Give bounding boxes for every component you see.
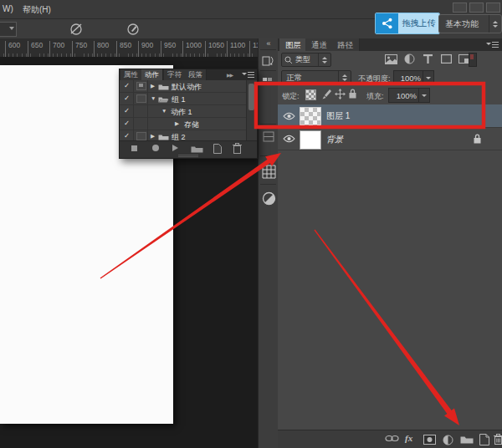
layer-row-background[interactable]: 背景 (278, 128, 502, 150)
filter-shape-layers-icon[interactable] (438, 53, 453, 65)
record-icon[interactable] (152, 145, 159, 151)
play-icon[interactable] (172, 145, 178, 151)
tab-channels[interactable]: 通道 (305, 38, 334, 51)
filter-type-layers-icon[interactable] (420, 53, 435, 65)
filter-pixel-layers-icon[interactable] (383, 53, 398, 65)
swatches-panel-icon[interactable] (261, 74, 276, 89)
lock-fill-row: 锁定: 填充: 100% (278, 86, 502, 104)
info-panel-icon[interactable] (261, 129, 276, 144)
lock-position-icon[interactable] (335, 89, 346, 99)
expand-panels-icon[interactable]: « (259, 38, 279, 48)
expander-icon[interactable]: ▶ (175, 120, 179, 127)
ruler-tick: 750 (72, 41, 87, 57)
layer-name[interactable]: 图层 1 (326, 110, 350, 122)
dialog-toggle-box[interactable] (136, 82, 146, 90)
filter-toggle-switch[interactable] (469, 53, 477, 67)
tab-properties[interactable]: 属性 (120, 69, 142, 80)
upload-button-label: 拖拽上传 (398, 13, 439, 33)
lock-transparency-icon[interactable] (305, 89, 316, 100)
layer-row-layer1[interactable]: 图层 1 (278, 104, 502, 127)
spinner-arrows-icon (338, 71, 351, 84)
panel-menu-icon[interactable] (486, 41, 499, 48)
filter-adjustment-layers-icon[interactable] (402, 53, 417, 65)
lock-icon (474, 134, 481, 144)
expander-icon[interactable]: ▼ (151, 95, 156, 101)
actions-scrollbar[interactable] (246, 80, 257, 140)
scrollbar-thumb[interactable] (248, 84, 254, 110)
check-icon[interactable]: ✓ (124, 81, 130, 89)
filter-kind-dropdown[interactable]: 类型 (281, 53, 331, 67)
action-set-name[interactable]: 默认动作 (172, 82, 202, 93)
new-layer-icon[interactable] (479, 434, 489, 445)
check-icon[interactable]: ✓ (124, 119, 130, 127)
expander-icon[interactable]: ▶ (151, 133, 155, 140)
blend-mode-dropdown[interactable]: 正常 (281, 70, 351, 85)
action-name[interactable]: 动作 1 (171, 107, 192, 118)
action-row-action1[interactable]: ✓ ▼ 动作 1 (120, 105, 247, 118)
close-button[interactable] (486, 3, 500, 13)
layer-thumbnail-white[interactable] (300, 130, 321, 150)
layer-style-fx-icon[interactable]: fx (405, 433, 412, 443)
workspace-selector-value: 基本功能 (439, 18, 489, 30)
tab-character[interactable]: 字符 (164, 69, 186, 80)
panel-resize-grip[interactable] (120, 154, 257, 158)
chevron-down-icon[interactable] (418, 89, 429, 102)
history-panel-icon[interactable] (261, 53, 276, 68)
menu-item-help[interactable]: 帮助(H) (23, 4, 51, 16)
check-icon[interactable]: ✓ (124, 94, 130, 102)
visibility-eye-icon[interactable] (283, 112, 295, 120)
grid-panel-icon[interactable] (261, 164, 276, 179)
check-icon[interactable]: ✓ (124, 106, 130, 115)
fill-value: 100% (389, 91, 418, 100)
layer-name[interactable]: 背景 (326, 134, 343, 145)
lock-paint-icon[interactable] (320, 89, 331, 99)
photoshop-window: W) 帮助(H) 拖拽上传 基本功能 (0, 0, 502, 448)
adjustment-layer-icon[interactable] (443, 435, 453, 445)
blend-opacity-row: 正常 不透明度: 100% (278, 69, 502, 85)
layer-thumbnail-transparent[interactable] (300, 107, 321, 126)
chevron-down-icon[interactable] (423, 71, 433, 84)
new-action-icon[interactable] (213, 144, 222, 154)
dialog-toggle-box[interactable] (136, 94, 146, 103)
brush-mode-icon[interactable] (69, 22, 84, 36)
link-layers-icon[interactable] (385, 435, 399, 442)
delete-layer-icon[interactable] (494, 434, 502, 445)
tab-layers[interactable]: 图层 (279, 38, 308, 51)
check-icon[interactable]: ✓ (124, 131, 130, 140)
collapse-chevron-icon[interactable]: ▶▶ (227, 72, 233, 78)
airbrush-toggle-icon[interactable] (126, 22, 141, 36)
action-step-name[interactable]: 存储 (184, 120, 199, 130)
ruler-tick: 800 (94, 41, 109, 57)
actions-menu-icon[interactable] (242, 71, 254, 79)
delete-action-icon[interactable] (233, 143, 242, 154)
clone-source-panel-icon[interactable] (261, 191, 276, 206)
tool-preset-dropdown[interactable] (0, 22, 17, 37)
new-group-icon[interactable] (460, 435, 474, 444)
workspace-selector[interactable]: 基本功能 (438, 14, 502, 33)
action-row-store[interactable]: ✓ ▶ 存储 (120, 118, 247, 130)
upload-button[interactable]: 拖拽上传 (375, 13, 440, 34)
actions-list: ✓ ▶ 默认动作 ✓ ▼ 组 1 ✓ ▼ 动作 1 (120, 80, 247, 140)
visibility-eye-icon[interactable] (283, 135, 295, 143)
tab-paragraph[interactable]: 段落 (185, 69, 207, 80)
minimize-button[interactable] (453, 3, 467, 13)
ruler-tick: 700 (49, 41, 64, 57)
lock-label: 锁定: (282, 91, 300, 102)
lock-all-icon[interactable] (349, 89, 356, 99)
fill-field[interactable]: 100% (388, 88, 430, 103)
restore-button[interactable] (469, 3, 484, 13)
expander-icon[interactable]: ▶ (151, 83, 155, 89)
opacity-field[interactable]: 100% (393, 70, 434, 85)
expander-icon[interactable]: ▼ (161, 108, 166, 114)
action-row-set1[interactable]: ✓ ▼ 组 1 (120, 93, 247, 105)
tab-actions[interactable]: 动作 (141, 69, 163, 80)
action-set-name[interactable]: 组 1 (172, 94, 186, 105)
tab-paths[interactable]: 路径 (331, 38, 360, 51)
dialog-toggle-box[interactable] (136, 132, 146, 140)
menu-item-window-partial[interactable]: W) (3, 4, 13, 13)
ruler-tick: 850 (116, 41, 131, 57)
new-set-folder-icon[interactable] (191, 145, 203, 153)
add-mask-icon[interactable] (423, 435, 436, 445)
action-row-default-actions[interactable]: ✓ ▶ 默认动作 (120, 80, 247, 93)
stop-icon[interactable] (131, 145, 137, 151)
